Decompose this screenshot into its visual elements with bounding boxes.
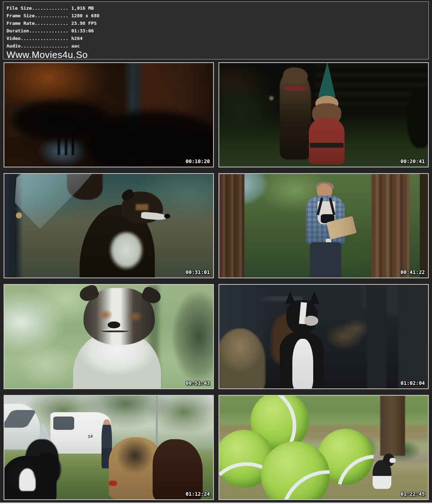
foreground-shadow-shape [4,144,63,167]
border-collie-muzzle-shape [390,458,396,463]
file-info-value: 23.98 FPS [71,21,96,26]
timestamp-overlay: 00:41:22 [401,269,425,275]
timestamp-overlay: 00:10:20 [186,158,210,164]
red-toy-shape [109,481,117,486]
file-info-leader: ................. [21,43,68,49]
screenshot-thumbnail-7[interactable]: 14 01:12:24 [4,395,214,500]
man-pants-shape [310,242,341,278]
screenshot-thumbnail-3[interactable]: 00:31:01 [4,173,214,278]
file-info-label: Frame Rate [6,21,35,26]
file-info-leader: ................. [21,36,68,41]
screenshot-thumbnail-2[interactable]: 00:20:41 [219,62,429,167]
timestamp-overlay: 01:02:04 [401,380,425,386]
file-info-label: Audio [6,43,21,49]
terrier-chest-shape [292,339,313,389]
pine-trunk-far-right [420,174,428,278]
file-info-value: 01:33:06 [71,28,94,33]
aussie-nose-shape [108,321,120,328]
aussie-nose-shape [164,214,170,219]
file-info-row-frame-rate: Frame Rate............ 23.98 FPS [6,19,425,27]
terrier-muzzle-shape [304,316,319,325]
file-info-leader: ............ [35,13,68,18]
file-info-label: Frame Size [6,13,35,18]
pine-trunk-right [372,174,409,278]
large-dog-legs-shape [361,285,429,388]
timestamp-overlay: 01:12:24 [186,491,210,497]
van-number-label: 14 [88,434,93,438]
tree-trunk-shape [380,396,405,456]
screenshot-thumbnail-8[interactable]: 01:22:45 [219,395,429,500]
file-info-row-file-size: File Size............. 1,016 MB [6,4,425,12]
file-info-panel: File Size............. 1,016 MB Frame Si… [3,1,429,59]
pine-trunk-left [219,174,244,278]
file-info-label: Duration [6,28,29,33]
file-info-value: 1,016 MB [71,5,94,11]
file-info-value: aac [71,43,80,49]
screenshot-thumbnail-1[interactable]: 00:10:20 [4,62,214,167]
black-dog-shape [33,453,60,486]
timestamp-overlay: 00:51:43 [186,380,210,386]
file-info-label: File Size [6,5,32,11]
timestamp-overlay: 01:22:45 [401,491,425,497]
file-info-row-video: Video................. h264 [6,35,425,42]
collar-tag-shape [16,212,22,219]
screenshot-thumbnail-5[interactable]: 00:51:43 [4,284,214,389]
file-info-row-frame-size: Frame Size............ 1280 x 688 [6,12,425,19]
timestamp-overlay: 00:20:41 [401,158,425,164]
gnome-body-shape [309,118,345,165]
dog-collar-shape [284,86,307,91]
tennis-ball-stripe [280,470,330,500]
file-info-value: 1280 x 688 [71,13,99,18]
tennis-ball-stripe [337,455,374,485]
screenshot-thumbnail-6[interactable]: 01:02:04 [219,284,429,389]
deer-statue-silhouette [407,88,429,148]
gnome-belt-shape [310,143,343,148]
screenshot-thumbnail-4[interactable]: 00:41:22 [219,173,429,278]
utility-pole-shape [156,396,158,447]
aussie-chest-shape [107,232,146,278]
file-info-leader: ............ [35,21,68,26]
file-info-leader: .............. [29,28,69,33]
van-window-shape [53,417,74,430]
screenshot-grid: 00:10:20 00:20:41 [4,62,429,500]
file-info-label: Video [6,36,21,41]
timestamp-overlay: 00:31:01 [186,269,210,275]
media-info-sheet: File Size............. 1,016 MB Frame Si… [0,0,432,503]
collie-chest-shape [19,468,36,491]
file-info-row-duration: Duration.............. 01:33:06 [6,27,425,35]
terrier-head-shape [283,67,308,85]
file-info-value: h264 [71,36,82,41]
aussie-tan-patch [136,204,148,210]
aussie-mouth-shape [102,329,129,333]
watermark: Www.Movies4u.So [6,50,425,60]
file-info-leader: ............. [32,5,68,11]
file-info-row-audio: Audio................. aac [6,42,425,50]
